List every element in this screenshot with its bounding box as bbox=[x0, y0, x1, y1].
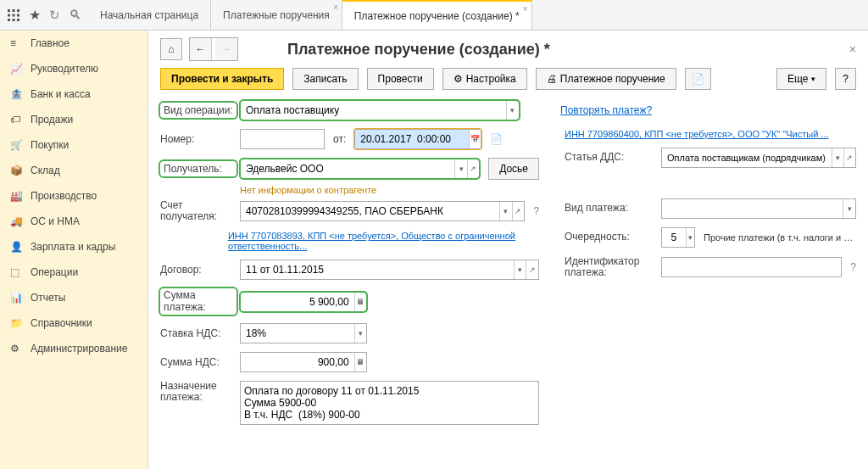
contract-field[interactable]: ▾ ↗ bbox=[240, 260, 539, 280]
dds-input[interactable] bbox=[662, 149, 832, 166]
sidebar-item-purchases[interactable]: 🛒Покупки bbox=[0, 132, 147, 158]
doc-icon[interactable]: 📄 bbox=[490, 133, 503, 145]
priority-input[interactable] bbox=[662, 228, 686, 247]
paytype-input[interactable] bbox=[662, 199, 843, 218]
sum-input[interactable] bbox=[241, 293, 354, 311]
svg-rect-2 bbox=[17, 9, 19, 12]
back-button[interactable]: ← bbox=[190, 38, 212, 60]
contract-input[interactable] bbox=[241, 260, 514, 279]
close-icon[interactable]: × bbox=[523, 4, 528, 14]
number-field[interactable] bbox=[240, 129, 325, 149]
account-input[interactable] bbox=[241, 202, 499, 221]
vat-rate-input[interactable] bbox=[241, 324, 354, 343]
svg-rect-7 bbox=[13, 19, 15, 21]
id-input[interactable] bbox=[662, 258, 841, 276]
op-type-field[interactable]: ▾ bbox=[240, 100, 520, 120]
calendar-icon[interactable]: 📅 bbox=[469, 130, 481, 148]
dossier-button[interactable]: Досье bbox=[488, 158, 539, 180]
tab-list[interactable]: Платежные поручения× bbox=[211, 0, 342, 30]
sidebar-item-operations[interactable]: ⬚Операции bbox=[0, 260, 147, 285]
chevron-down-icon[interactable]: ▾ bbox=[506, 101, 519, 120]
sidebar-item-reports[interactable]: 📊Отчеты bbox=[0, 285, 147, 310]
sum-field[interactable]: 🖩 bbox=[240, 292, 367, 312]
repeat-link[interactable]: Повторять платеж? bbox=[560, 104, 652, 116]
history-icon[interactable]: ↻ bbox=[49, 8, 60, 23]
chevron-down-icon[interactable]: ▾ bbox=[832, 148, 843, 167]
help-icon[interactable]: ? bbox=[533, 205, 539, 217]
chevron-down-icon[interactable]: ▾ bbox=[514, 260, 526, 279]
sidebar-item-assets[interactable]: 🚚ОС и НМА bbox=[0, 209, 147, 234]
id-field[interactable] bbox=[661, 257, 842, 277]
star-icon[interactable]: ★ bbox=[29, 7, 41, 23]
folder-icon: 📁 bbox=[10, 317, 22, 329]
post-button[interactable]: Провести bbox=[367, 68, 434, 90]
sidebar: ≡Главное 📈Руководителю 🏦Банк и касса 🏷Пр… bbox=[0, 31, 148, 469]
chevron-down-icon[interactable]: ▾ bbox=[499, 202, 512, 221]
svg-rect-5 bbox=[17, 14, 19, 16]
chevron-down-icon[interactable]: ▾ bbox=[843, 199, 855, 218]
payer-link[interactable]: ИНН 7707083893, КПП <не требуется>, Обще… bbox=[228, 231, 539, 251]
print-icon: 🖨 bbox=[547, 73, 557, 85]
sidebar-item-sales[interactable]: 🏷Продажи bbox=[0, 107, 147, 132]
chevron-down-icon[interactable]: ▾ bbox=[686, 228, 694, 247]
date-input[interactable] bbox=[355, 130, 469, 148]
settings-button[interactable]: ⚙Настройка bbox=[442, 68, 527, 90]
close-icon[interactable]: × bbox=[333, 3, 338, 12]
open-icon[interactable]: ↗ bbox=[526, 260, 538, 279]
sidebar-item-main[interactable]: ≡Главное bbox=[0, 31, 147, 56]
priority-text: Прочие платежи (в т.ч. налоги и вз... bbox=[704, 232, 856, 243]
sidebar-item-bank[interactable]: 🏦Банк и касса bbox=[0, 81, 147, 107]
chevron-down-icon[interactable]: ▾ bbox=[454, 159, 466, 178]
op-type-label: Вид операции: bbox=[160, 103, 236, 118]
home-button[interactable]: ⌂ bbox=[160, 38, 182, 60]
priority-field[interactable]: ▾ bbox=[661, 227, 695, 248]
sidebar-item-manager[interactable]: 📈Руководителю bbox=[0, 56, 147, 81]
sidebar-item-production[interactable]: 🏭Производство bbox=[0, 183, 147, 209]
close-document[interactable]: × bbox=[849, 42, 856, 56]
contract-label: Договор: bbox=[160, 264, 236, 276]
dds-label: Статья ДДС: bbox=[565, 152, 658, 163]
purpose-label: Назначение платежа: bbox=[160, 381, 236, 403]
attach-button[interactable]: 📄 bbox=[685, 68, 711, 90]
dds-field[interactable]: ▾ ↗ bbox=[661, 148, 856, 168]
open-icon[interactable]: ↗ bbox=[843, 148, 855, 167]
op-type-input[interactable] bbox=[241, 101, 506, 120]
tab-document[interactable]: Платежное поручение (создание) *× bbox=[342, 0, 532, 30]
vat-sum-field[interactable]: 🖩 bbox=[240, 352, 367, 372]
recipient-field[interactable]: ▾ ↗ bbox=[240, 159, 480, 179]
print-button[interactable]: 🖨Платежное поручение bbox=[536, 68, 676, 90]
account-field[interactable]: ▾ ↗ bbox=[240, 201, 525, 221]
vat-rate-field[interactable]: ▾ bbox=[240, 323, 367, 343]
inn-link[interactable]: ИНН 7709860400, КПП <не требуется>, ООО … bbox=[565, 129, 829, 139]
number-input[interactable] bbox=[241, 130, 324, 148]
date-field[interactable]: 📅 bbox=[354, 129, 481, 149]
sidebar-item-warehouse[interactable]: 📦Склад bbox=[0, 158, 147, 183]
recipient-label: Получатель: bbox=[160, 161, 236, 176]
open-icon[interactable]: ↗ bbox=[512, 202, 525, 221]
paytype-field[interactable]: ▾ bbox=[661, 198, 856, 219]
submit-button[interactable]: Провести и закрыть bbox=[160, 68, 284, 90]
open-icon[interactable]: ↗ bbox=[467, 159, 479, 178]
sidebar-item-catalogs[interactable]: 📁Справочники bbox=[0, 310, 147, 336]
svg-rect-3 bbox=[8, 14, 10, 16]
tab-home[interactable]: Начальная страница bbox=[88, 0, 211, 30]
save-button[interactable]: Записать bbox=[292, 68, 358, 90]
calc-icon[interactable]: 🖩 bbox=[354, 293, 366, 311]
svg-rect-6 bbox=[8, 19, 10, 21]
search-icon[interactable]: 🔍︎ bbox=[69, 8, 81, 22]
vat-sum-input[interactable] bbox=[241, 353, 354, 371]
help-button[interactable]: ? bbox=[835, 68, 856, 90]
chart-icon: 📈 bbox=[10, 63, 22, 75]
sidebar-item-admin[interactable]: ⚙Администрирование bbox=[0, 336, 147, 361]
calc-icon[interactable]: 🖩 bbox=[354, 353, 366, 371]
chevron-down-icon[interactable]: ▾ bbox=[354, 324, 366, 343]
page-title: Платежное поручение (создание) * bbox=[287, 41, 550, 59]
more-button[interactable]: Еще▾ bbox=[776, 68, 826, 90]
purpose-field[interactable]: Оплата по договору 11 от 01.11.2015 Сумм… bbox=[240, 381, 539, 425]
purpose-input[interactable]: Оплата по договору 11 от 01.11.2015 Сумм… bbox=[241, 382, 538, 424]
help-icon[interactable]: ? bbox=[850, 261, 856, 273]
id-label: Идентификатор платежа: bbox=[565, 256, 658, 278]
sidebar-item-hr[interactable]: 👤Зарплата и кадры bbox=[0, 234, 147, 260]
apps-icon[interactable] bbox=[7, 8, 20, 22]
recipient-input[interactable] bbox=[241, 159, 454, 178]
